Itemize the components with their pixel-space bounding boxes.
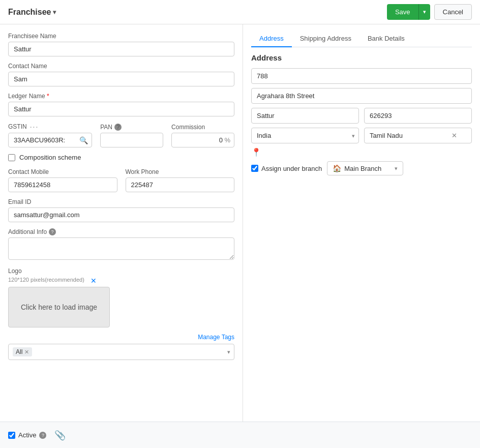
composition-scheme-label: Composition scheme (19, 154, 81, 161)
contact-name-field: Contact Name (8, 63, 234, 86)
email-field: Email ID (8, 198, 234, 222)
commission-label: Commission (171, 124, 234, 131)
work-phone-input[interactable] (126, 177, 235, 192)
franchisee-name-input[interactable] (8, 42, 234, 56)
branch-assignment-row: Assign under branch 🏠 Main Branch ▾ (251, 161, 472, 175)
state-select-wrap: Tamil Nadu ✕ (364, 128, 472, 143)
address-tabs: Address Shipping Address Bank Details (251, 31, 472, 47)
assign-branch-checkbox[interactable] (251, 165, 258, 172)
composition-scheme-row: Composition scheme (8, 154, 234, 161)
city-input[interactable] (251, 108, 359, 124)
country-state-row: India ▾ Tamil Nadu ✕ (251, 128, 472, 143)
state-select[interactable]: Tamil Nadu ✕ (364, 128, 472, 143)
composition-scheme-checkbox[interactable] (8, 154, 15, 161)
email-input[interactable] (8, 207, 234, 222)
address-section: Address India ▾ Tamil (251, 53, 472, 175)
logo-upload-box[interactable]: Click here to load image (8, 287, 110, 327)
ledger-name-field: Ledger Name * (8, 93, 234, 116)
ledger-name-input[interactable] (8, 102, 234, 116)
save-button[interactable]: Save (387, 4, 418, 20)
save-dropdown-button[interactable]: ▾ (418, 4, 430, 20)
tab-shipping[interactable]: Shipping Address (292, 31, 359, 47)
tab-bank[interactable]: Bank Details (359, 31, 413, 47)
page-title: Franchisee ▾ (8, 8, 56, 17)
address-title: Address (251, 53, 472, 62)
contact-mobile-input[interactable] (8, 177, 117, 192)
commission-field: Commission % (171, 124, 234, 147)
city-pincode-row (251, 108, 472, 124)
pan-field: PAN ? (100, 124, 163, 147)
state-clear-icon[interactable]: ✕ (452, 132, 457, 139)
additional-info-textarea[interactable] (8, 237, 234, 260)
pan-label: PAN (100, 124, 112, 131)
manage-tags-link[interactable]: Manage Tags (198, 334, 234, 341)
tags-select[interactable]: All ✕ (8, 344, 234, 360)
branch-select[interactable]: 🏠 Main Branch ▾ (327, 161, 403, 175)
logo-upload-text: Click here to load image (21, 303, 97, 311)
pincode-input[interactable] (364, 108, 472, 124)
pan-help-icon[interactable]: ? (114, 124, 122, 131)
location-pin-icon[interactable]: 📍 (251, 147, 472, 157)
top-bar-actions: Save ▾ Cancel (387, 4, 472, 20)
logo-hint: 120*120 pixels(recommended) (8, 277, 84, 283)
contact-mobile-field: Contact Mobile (8, 168, 117, 192)
title-caret-icon[interactable]: ▾ (53, 9, 56, 16)
tag-remove-icon[interactable]: ✕ (24, 349, 29, 355)
addr-line1-input[interactable] (251, 68, 472, 84)
phone-row: Contact Mobile Work Phone (8, 168, 234, 198)
pan-input[interactable] (100, 133, 163, 147)
additional-info-label: Additional Info (8, 228, 47, 235)
branch-home-icon: 🏠 (333, 164, 341, 172)
branch-name-label: Main Branch (344, 165, 392, 172)
country-select[interactable]: India (251, 128, 359, 143)
gstin-label: GSTIN (8, 123, 27, 130)
save-button-group: Save ▾ (387, 4, 430, 20)
top-bar: Franchisee ▾ Save ▾ Cancel (0, 0, 480, 24)
logo-section: Logo 120*120 pixels(recommended) ✕ Click… (8, 267, 234, 327)
manage-tags-row: Manage Tags (8, 334, 234, 341)
branch-dropdown-icon: ▾ (395, 165, 398, 172)
branch-checkbox-wrap: Assign under branch (251, 165, 322, 172)
right-panel: Address Shipping Address Bank Details Ad… (243, 24, 480, 422)
tags-select-wrap: All ✕ ▾ (8, 344, 234, 360)
contact-name-input[interactable] (8, 72, 234, 86)
contact-mobile-label: Contact Mobile (8, 168, 117, 175)
gstin-pan-commission-row: GSTIN ··· 🔍 PAN ? Commission (8, 123, 234, 147)
country-select-wrap: India ▾ (251, 128, 359, 143)
main-content: Franchisee Name Contact Name Ledger Name… (0, 24, 480, 422)
tag-all-badge: All ✕ (13, 347, 32, 356)
work-phone-label: Work Phone (126, 168, 235, 175)
logo-clear-icon[interactable]: ✕ (91, 277, 97, 285)
assign-branch-label: Assign under branch (261, 165, 322, 172)
logo-label: Logo (8, 267, 22, 275)
gstin-search-icon[interactable]: 🔍 (79, 136, 88, 144)
left-panel: Franchisee Name Contact Name Ledger Name… (0, 24, 243, 422)
addr-line2-input[interactable] (251, 88, 472, 104)
additional-info-help-icon[interactable]: ? (49, 228, 56, 235)
cancel-button[interactable]: Cancel (434, 4, 472, 20)
commission-input-wrap: % (171, 133, 234, 147)
title-text: Franchisee (8, 8, 51, 17)
email-label: Email ID (8, 198, 234, 205)
ledger-name-label: Ledger Name * (8, 93, 234, 100)
additional-info-field: Additional Info ? (8, 228, 234, 261)
franchisee-name-label: Franchisee Name (8, 33, 234, 40)
tab-address[interactable]: Address (251, 31, 292, 47)
tag-all-label: All (16, 348, 22, 355)
gstin-input-wrap: 🔍 (8, 133, 92, 147)
franchisee-name-field: Franchisee Name (8, 33, 234, 56)
commission-pct-icon: % (224, 136, 230, 144)
gstin-field: GSTIN ··· 🔍 (8, 123, 92, 147)
work-phone-field: Work Phone (126, 168, 235, 192)
contact-name-label: Contact Name (8, 63, 234, 70)
gstin-more-icon[interactable]: ··· (30, 123, 39, 131)
state-value: Tamil Nadu (370, 132, 403, 139)
